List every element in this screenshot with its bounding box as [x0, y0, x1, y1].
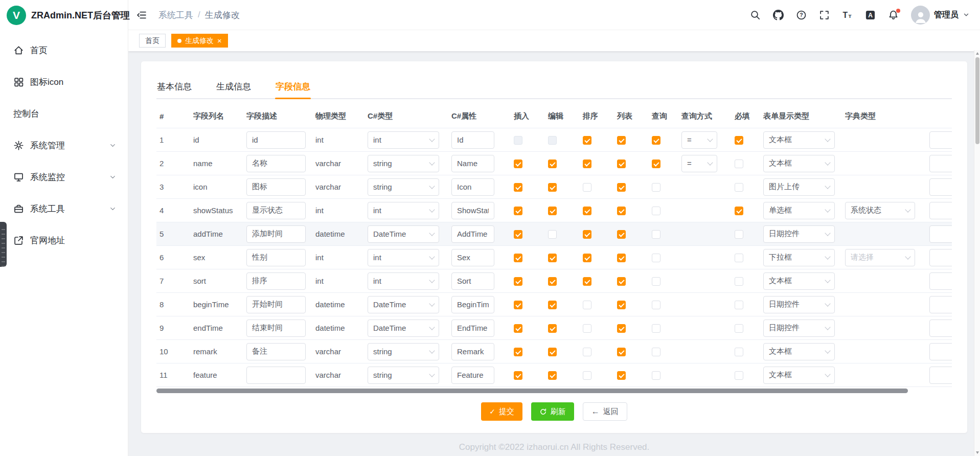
extra-input[interactable] [929, 296, 952, 313]
scroll-up-arrow-icon[interactable] [976, 52, 979, 55]
required-checkbox[interactable] [735, 207, 743, 215]
sort-checkbox[interactable] [583, 348, 591, 356]
collapse-menu-icon[interactable] [136, 10, 147, 20]
description-input[interactable] [246, 131, 306, 149]
display-type-select[interactable]: 日期控件 [763, 320, 835, 337]
side-panel-handle[interactable] [0, 222, 7, 267]
sort-checkbox[interactable] [583, 136, 591, 145]
sort-checkbox[interactable] [583, 207, 591, 215]
list-checkbox[interactable] [617, 207, 626, 215]
insert-checkbox[interactable] [514, 348, 522, 356]
list-checkbox[interactable] [617, 230, 626, 239]
edit-checkbox[interactable] [548, 301, 557, 309]
display-type-select[interactable]: 文本框 [763, 272, 835, 290]
language-icon[interactable]: A [865, 10, 876, 20]
csharp-attr-input[interactable] [451, 202, 494, 219]
query-checkbox[interactable] [652, 207, 660, 215]
dict-type-select[interactable]: 系统状态 [845, 202, 915, 219]
description-input[interactable] [246, 202, 306, 219]
query-checkbox[interactable] [652, 159, 660, 168]
description-input[interactable] [246, 296, 306, 313]
submit-button[interactable]: 提交 [481, 402, 522, 421]
csharp-attr-input[interactable] [451, 320, 494, 337]
close-icon[interactable] [217, 37, 222, 44]
description-input[interactable] [246, 249, 306, 266]
user-menu[interactable]: 管理员 [911, 6, 970, 25]
csharp-attr-input[interactable] [451, 155, 494, 172]
sort-checkbox[interactable] [583, 254, 591, 262]
display-type-select[interactable]: 图片上传 [763, 178, 835, 196]
sort-checkbox[interactable] [583, 371, 591, 380]
insert-checkbox[interactable] [514, 159, 522, 168]
csharp-attr-input[interactable] [451, 249, 494, 266]
description-input[interactable] [246, 343, 306, 360]
sidebar-item-icons[interactable]: 图标icon [0, 66, 128, 98]
query-checkbox[interactable] [652, 371, 660, 380]
sort-checkbox[interactable] [583, 277, 591, 286]
list-checkbox[interactable] [617, 324, 626, 333]
sidebar-item-home[interactable]: 首页 [0, 34, 128, 66]
list-checkbox[interactable] [617, 183, 626, 192]
description-input[interactable] [246, 225, 306, 243]
list-checkbox[interactable] [617, 159, 626, 168]
extra-input[interactable] [929, 320, 952, 337]
tag-generate-edit[interactable]: 生成修改 [171, 34, 228, 48]
help-icon[interactable]: ? [796, 10, 807, 20]
sidebar-item-system-tools[interactable]: 系统工具 [0, 193, 128, 224]
csharp-type-select[interactable]: DateTime [368, 225, 439, 243]
csharp-type-select[interactable]: string [368, 343, 439, 360]
edit-checkbox[interactable] [548, 254, 557, 262]
description-input[interactable] [246, 178, 306, 196]
required-checkbox[interactable] [735, 348, 743, 356]
query-checkbox[interactable] [652, 348, 660, 356]
sort-checkbox[interactable] [583, 324, 591, 333]
refresh-button[interactable]: 刷新 [531, 402, 574, 421]
insert-checkbox[interactable] [514, 277, 522, 286]
required-checkbox[interactable] [735, 371, 743, 380]
edit-checkbox[interactable] [548, 371, 557, 380]
list-checkbox[interactable] [617, 136, 626, 145]
font-size-icon[interactable]: TT [842, 10, 853, 20]
edit-checkbox[interactable] [548, 207, 557, 215]
extra-input[interactable] [929, 367, 952, 384]
extra-input[interactable] [929, 131, 952, 149]
edit-checkbox[interactable] [548, 324, 557, 333]
sort-checkbox[interactable] [583, 183, 591, 192]
sidebar-item-official-site[interactable]: 官网地址 [0, 224, 128, 256]
csharp-attr-input[interactable] [451, 343, 494, 360]
required-checkbox[interactable] [735, 254, 743, 262]
csharp-attr-input[interactable] [451, 225, 494, 243]
edit-checkbox[interactable] [548, 230, 557, 239]
horizontal-scrollbar[interactable] [156, 388, 952, 393]
insert-checkbox[interactable] [514, 301, 522, 309]
csharp-type-select[interactable]: int [368, 249, 439, 266]
tag-home[interactable]: 首页 [139, 34, 166, 48]
description-input[interactable] [246, 367, 306, 384]
list-checkbox[interactable] [617, 254, 626, 262]
edit-checkbox[interactable] [548, 136, 557, 145]
csharp-attr-input[interactable] [451, 178, 494, 196]
sort-checkbox[interactable] [583, 301, 591, 309]
csharp-type-select[interactable]: DateTime [368, 320, 439, 337]
description-input[interactable] [246, 155, 306, 172]
csharp-type-select[interactable]: string [368, 367, 439, 384]
query-mode-select[interactable]: = [681, 155, 717, 172]
display-type-select[interactable]: 日期控件 [763, 225, 835, 243]
required-checkbox[interactable] [735, 183, 743, 192]
csharp-attr-input[interactable] [451, 131, 494, 149]
description-input[interactable] [246, 320, 306, 337]
tab-basic-info[interactable]: 基本信息 [156, 75, 192, 98]
csharp-type-select[interactable]: int [368, 272, 439, 290]
query-checkbox[interactable] [652, 254, 660, 262]
sidebar-item-system-monitor[interactable]: 系统监控 [0, 161, 128, 193]
required-checkbox[interactable] [735, 136, 743, 145]
back-button[interactable]: 返回 [583, 402, 627, 421]
csharp-type-select[interactable]: int [368, 202, 439, 219]
dict-type-select[interactable]: 请选择 [845, 249, 915, 266]
vertical-scrollbar-thumb[interactable] [975, 57, 979, 144]
csharp-type-select[interactable]: DateTime [368, 296, 439, 313]
notification-bell-icon[interactable] [888, 10, 899, 20]
csharp-type-select[interactable]: string [368, 155, 439, 172]
display-type-select[interactable]: 日期控件 [763, 296, 835, 313]
query-checkbox[interactable] [652, 301, 660, 309]
